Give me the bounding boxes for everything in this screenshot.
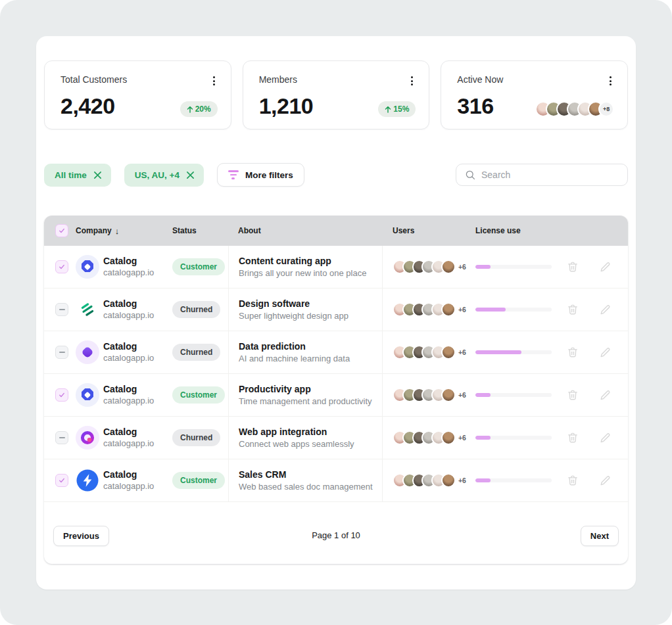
trash-icon bbox=[566, 260, 579, 273]
users-avatars: +6 bbox=[383, 388, 466, 402]
company-logo-octagon bbox=[76, 383, 99, 407]
delete-row-button[interactable] bbox=[566, 346, 579, 359]
company-logo-blob bbox=[76, 340, 99, 364]
about-title: Design software bbox=[239, 298, 382, 310]
users-avatars: +6 bbox=[383, 260, 466, 274]
avatar-overflow-count: +6 bbox=[458, 348, 466, 356]
filter-chip-countries[interactable]: US, AU, +4 bbox=[124, 164, 204, 187]
trash-icon bbox=[566, 346, 579, 359]
company-domain: catalogapp.io bbox=[103, 310, 154, 321]
select-all-checkbox[interactable] bbox=[55, 224, 68, 237]
column-header-users[interactable]: Users bbox=[383, 226, 466, 235]
about-subtitle: Super lightweight design app bbox=[239, 310, 382, 322]
stat-value: 1,210 bbox=[259, 95, 314, 117]
column-header-about[interactable]: About bbox=[228, 226, 383, 235]
edit-row-button[interactable] bbox=[598, 260, 612, 273]
avatar-overflow-count: +6 bbox=[458, 434, 466, 442]
indeterminate-dash bbox=[59, 352, 65, 353]
kebab-menu-icon[interactable] bbox=[408, 74, 416, 87]
kebab-menu-icon[interactable] bbox=[210, 74, 218, 87]
indeterminate-dash bbox=[59, 437, 65, 438]
edit-row-button[interactable] bbox=[598, 474, 612, 487]
filter-chip-all-time[interactable]: All time bbox=[44, 164, 111, 187]
license-progress-fill bbox=[475, 350, 521, 354]
status-badge: Churned bbox=[172, 301, 220, 318]
company-domain: catalogapp.io bbox=[103, 481, 154, 492]
trend-value: 20% bbox=[195, 104, 211, 114]
delete-row-button[interactable] bbox=[566, 303, 579, 316]
company-domain: catalogapp.io bbox=[103, 353, 154, 364]
edit-row-button[interactable] bbox=[598, 346, 612, 359]
edit-row-button[interactable] bbox=[598, 431, 612, 444]
search-box[interactable] bbox=[456, 164, 628, 186]
kebab-menu-icon[interactable] bbox=[607, 74, 614, 87]
stat-value: 316 bbox=[457, 95, 493, 117]
table-row: Catalogcatalogapp.ioChurnedData predicti… bbox=[44, 331, 628, 374]
table-row: Catalogcatalogapp.ioChurnedWeb app integ… bbox=[44, 417, 628, 459]
about-subtitle: Time management and productivity bbox=[239, 396, 382, 407]
check-icon bbox=[58, 227, 66, 235]
delete-row-button[interactable] bbox=[566, 260, 579, 273]
delete-row-button[interactable] bbox=[566, 474, 579, 487]
status-badge: Customer bbox=[172, 472, 225, 489]
filter-chip-label: US, AU, +4 bbox=[135, 170, 180, 180]
row-checkbox[interactable] bbox=[55, 474, 68, 487]
about-title: Sales CRM bbox=[239, 469, 382, 481]
close-icon[interactable] bbox=[93, 171, 102, 179]
table-row: Catalogcatalogapp.ioChurnedDesign softwa… bbox=[44, 289, 628, 331]
company-name: Catalog bbox=[103, 383, 154, 395]
license-progress-bar bbox=[475, 350, 552, 354]
edit-row-button[interactable] bbox=[598, 303, 612, 316]
user-avatar bbox=[441, 260, 456, 274]
edit-row-button[interactable] bbox=[598, 388, 612, 402]
search-icon bbox=[464, 169, 476, 181]
app-background: Total Customers 2,420 20% Members bbox=[0, 0, 672, 625]
more-filters-label: More filters bbox=[245, 170, 293, 180]
users-avatars: +6 bbox=[383, 430, 466, 445]
pencil-icon bbox=[598, 474, 612, 487]
filter-toolbar: All time US, AU, +4 More filters bbox=[44, 163, 628, 187]
close-icon[interactable] bbox=[186, 171, 195, 179]
column-header-license[interactable]: License use bbox=[466, 226, 552, 235]
pencil-icon bbox=[598, 346, 612, 359]
column-header-status[interactable]: Status bbox=[172, 226, 228, 235]
trash-icon bbox=[566, 474, 579, 487]
more-filters-button[interactable]: More filters bbox=[217, 163, 304, 187]
row-checkbox[interactable] bbox=[55, 346, 68, 359]
pencil-icon bbox=[598, 303, 612, 316]
company-domain: catalogapp.io bbox=[103, 267, 154, 279]
about-subtitle: Brings all your new into one place bbox=[239, 267, 382, 279]
avatar-overflow-count: +6 bbox=[458, 476, 466, 484]
license-progress-bar bbox=[475, 393, 552, 397]
company-name: Catalog bbox=[103, 298, 154, 310]
delete-row-button[interactable] bbox=[566, 431, 579, 444]
stat-title: Total Customers bbox=[60, 74, 127, 85]
about-subtitle: Connect web apps seamlessly bbox=[239, 438, 382, 450]
license-progress-fill bbox=[475, 393, 491, 397]
delete-row-button[interactable] bbox=[566, 388, 579, 402]
trend-badge: 20% bbox=[180, 101, 218, 117]
table-row: Catalogcatalogapp.ioCustomerSales CRMWeb… bbox=[44, 459, 628, 502]
table-row: Catalogcatalogapp.ioCustomerContent cura… bbox=[44, 246, 628, 289]
row-checkbox[interactable] bbox=[55, 260, 68, 273]
users-avatars: +6 bbox=[383, 302, 466, 317]
stat-cards-row: Total Customers 2,420 20% Members bbox=[44, 60, 628, 129]
avatar-overflow-count: +6 bbox=[458, 263, 466, 271]
column-header-company[interactable]: Company ↓ bbox=[76, 226, 172, 236]
avatar-overflow-count: +8 bbox=[598, 101, 614, 117]
search-input[interactable] bbox=[481, 170, 619, 180]
stat-card-members: Members 1,210 15% bbox=[243, 60, 430, 129]
trash-icon bbox=[566, 303, 579, 316]
row-checkbox[interactable] bbox=[55, 431, 68, 444]
about-title: Data prediction bbox=[239, 340, 382, 353]
row-checkbox[interactable] bbox=[55, 303, 68, 316]
about-subtitle: AI and machine learning data bbox=[239, 353, 382, 365]
company-logo-octagon bbox=[76, 255, 99, 279]
license-progress-bar bbox=[475, 308, 552, 312]
stat-card-active-now: Active Now 316 +8 bbox=[441, 60, 628, 129]
row-checkbox[interactable] bbox=[55, 388, 68, 402]
company-name: Catalog bbox=[103, 255, 154, 267]
company-logo-stripes bbox=[76, 298, 99, 321]
trend-badge: 15% bbox=[378, 101, 416, 117]
page-indicator: Page 1 of 10 bbox=[44, 530, 628, 540]
